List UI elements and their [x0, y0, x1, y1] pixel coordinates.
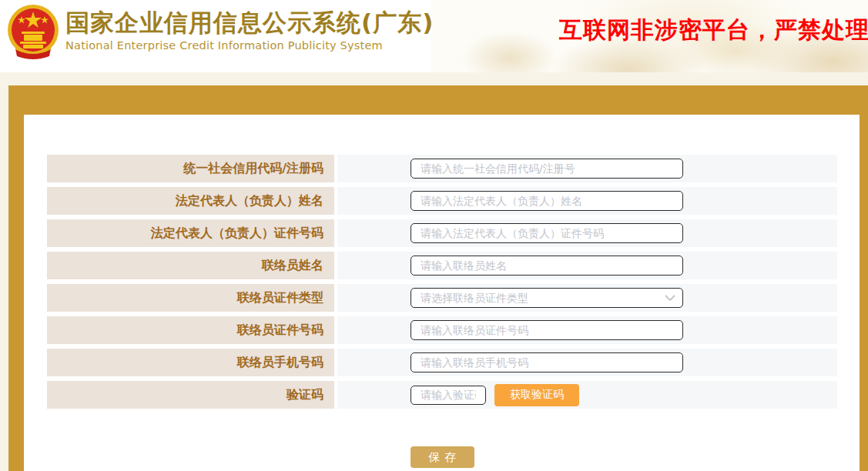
- captcha-label: 验证码: [47, 381, 334, 409]
- legal-rep-id-input[interactable]: [411, 223, 683, 243]
- main-gold-panel: 统一社会信用代码/注册码 法定代表人（负责人）姓名 法定代表人（负责人）证件号码…: [8, 85, 868, 471]
- contact-registration-form: 统一社会信用代码/注册码 法定代表人（负责人）姓名 法定代表人（负责人）证件号码…: [24, 115, 860, 468]
- contact-id-type-select[interactable]: [411, 288, 683, 308]
- contact-name-input-cell: [337, 252, 837, 279]
- legal-rep-id-label: 法定代表人（负责人）证件号码: [47, 219, 334, 247]
- form-row-credit-code: 统一社会信用代码/注册码: [47, 155, 860, 182]
- contact-mobile-label: 联络员手机号码: [47, 349, 334, 376]
- form-row-legal-rep-id: 法定代表人（负责人）证件号码: [47, 219, 860, 247]
- credit-code-input[interactable]: [411, 159, 683, 179]
- form-row-legal-rep-name: 法定代表人（负责人）姓名: [47, 187, 860, 215]
- form-row-contact-mobile: 联络员手机号码: [47, 349, 860, 376]
- save-row: 保存: [24, 446, 860, 468]
- contact-id-type-select-value[interactable]: [411, 288, 683, 308]
- form-row-contact-name: 联络员姓名: [47, 252, 860, 279]
- contact-name-label: 联络员姓名: [47, 252, 334, 279]
- form-row-captcha: 验证码 获取验证码: [47, 381, 860, 409]
- header: 国家企业信用信息公示系统(广东) National Enterprise Cre…: [0, 0, 868, 72]
- contact-id-type-label: 联络员证件类型: [47, 284, 334, 312]
- get-captcha-button[interactable]: 获取验证码: [494, 384, 579, 406]
- contact-id-type-input-cell: [337, 284, 837, 312]
- site-title-block: 国家企业信用信息公示系统(广东) National Enterprise Cre…: [65, 7, 434, 52]
- legal-rep-name-input-cell: [337, 187, 837, 215]
- save-button[interactable]: 保存: [411, 446, 474, 468]
- contact-id-number-label: 联络员证件号码: [47, 316, 334, 344]
- security-warning-banner: 互联网非涉密平台，严禁处理: [559, 15, 868, 46]
- form-panel: 统一社会信用代码/注册码 法定代表人（负责人）姓名 法定代表人（负责人）证件号码…: [24, 115, 860, 471]
- legal-rep-name-label: 法定代表人（负责人）姓名: [47, 187, 334, 215]
- contact-id-number-input[interactable]: [411, 320, 683, 340]
- credit-code-label: 统一社会信用代码/注册码: [47, 155, 334, 182]
- form-row-contact-id-type: 联络员证件类型: [47, 284, 860, 312]
- site-title: 国家企业信用信息公示系统(广东): [65, 7, 434, 38]
- form-row-contact-id-number: 联络员证件号码: [47, 316, 860, 344]
- contact-mobile-input-cell: [337, 349, 837, 376]
- china-national-emblem-icon: [6, 4, 60, 60]
- site-subtitle: National Enterprise Credit Information P…: [65, 39, 434, 52]
- legal-rep-id-input-cell: [337, 219, 837, 247]
- captcha-input[interactable]: [411, 386, 486, 405]
- contact-name-input[interactable]: [411, 256, 683, 276]
- contact-id-number-input-cell: [337, 316, 837, 344]
- captcha-input-cell: 获取验证码: [337, 381, 837, 409]
- legal-rep-name-input[interactable]: [411, 191, 683, 211]
- credit-code-input-cell: [337, 155, 837, 182]
- contact-mobile-input[interactable]: [411, 352, 683, 372]
